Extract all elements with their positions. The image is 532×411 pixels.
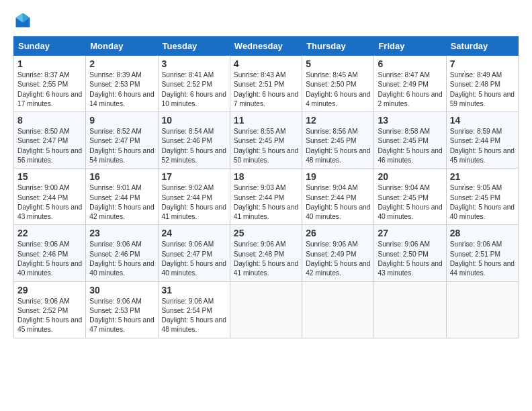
logo-icon — [13, 11, 32, 30]
day-info: Sunrise: 9:04 AM Sunset: 2:44 PM Dayligh… — [306, 183, 370, 222]
day-number: 17 — [162, 171, 226, 182]
calendar-cell: 15Sunrise: 9:00 AM Sunset: 2:44 PM Dayli… — [14, 169, 86, 225]
calendar-cell: 26Sunrise: 9:06 AM Sunset: 2:49 PM Dayli… — [302, 225, 374, 281]
day-number: 12 — [306, 115, 370, 126]
day-number: 2 — [89, 58, 154, 69]
calendar-week-row: 1Sunrise: 8:37 AM Sunset: 2:55 PM Daylig… — [14, 56, 519, 112]
day-number: 13 — [378, 115, 442, 126]
calendar-cell: 23Sunrise: 9:06 AM Sunset: 2:46 PM Dayli… — [86, 225, 158, 281]
calendar-cell: 17Sunrise: 9:02 AM Sunset: 2:44 PM Dayli… — [158, 169, 230, 225]
page-header — [13, 11, 519, 30]
day-number: 7 — [450, 58, 515, 69]
calendar-cell: 4Sunrise: 8:43 AM Sunset: 2:51 PM Daylig… — [230, 56, 302, 112]
calendar-cell — [374, 281, 446, 338]
day-number: 4 — [234, 58, 298, 69]
day-info: Sunrise: 8:58 AM Sunset: 2:45 PM Dayligh… — [378, 127, 442, 165]
day-info: Sunrise: 9:06 AM Sunset: 2:52 PM Dayligh… — [17, 297, 82, 335]
day-info: Sunrise: 9:05 AM Sunset: 2:45 PM Dayligh… — [450, 183, 515, 222]
day-info: Sunrise: 8:55 AM Sunset: 2:45 PM Dayligh… — [234, 127, 298, 165]
day-number: 6 — [378, 58, 442, 69]
day-info: Sunrise: 8:37 AM Sunset: 2:55 PM Dayligh… — [17, 71, 82, 109]
day-info: Sunrise: 8:39 AM Sunset: 2:53 PM Dayligh… — [89, 71, 154, 109]
day-info: Sunrise: 8:43 AM Sunset: 2:51 PM Dayligh… — [234, 71, 298, 109]
calendar-cell: 7Sunrise: 8:49 AM Sunset: 2:48 PM Daylig… — [446, 56, 518, 112]
day-number: 22 — [17, 228, 82, 238]
calendar-cell: 16Sunrise: 9:01 AM Sunset: 2:44 PM Dayli… — [86, 169, 158, 225]
day-info: Sunrise: 8:52 AM Sunset: 2:47 PM Dayligh… — [89, 127, 154, 165]
calendar-cell: 28Sunrise: 9:06 AM Sunset: 2:51 PM Dayli… — [446, 225, 518, 281]
day-info: Sunrise: 9:06 AM Sunset: 2:48 PM Dayligh… — [234, 240, 298, 278]
day-info: Sunrise: 9:03 AM Sunset: 2:44 PM Dayligh… — [234, 183, 298, 222]
calendar-cell: 2Sunrise: 8:39 AM Sunset: 2:53 PM Daylig… — [86, 56, 158, 112]
day-number: 18 — [234, 171, 298, 182]
day-number: 30 — [89, 285, 154, 295]
day-number: 21 — [450, 171, 515, 182]
column-header-friday: Friday — [374, 37, 446, 56]
day-info: Sunrise: 9:06 AM Sunset: 2:54 PM Dayligh… — [162, 297, 226, 335]
calendar-cell: 20Sunrise: 9:04 AM Sunset: 2:45 PM Dayli… — [374, 169, 446, 225]
day-info: Sunrise: 8:41 AM Sunset: 2:52 PM Dayligh… — [162, 71, 226, 109]
day-info: Sunrise: 9:06 AM Sunset: 2:46 PM Dayligh… — [17, 240, 82, 278]
calendar-week-row: 22Sunrise: 9:06 AM Sunset: 2:46 PM Dayli… — [14, 225, 519, 281]
day-number: 8 — [17, 115, 82, 126]
day-info: Sunrise: 9:06 AM Sunset: 2:51 PM Dayligh… — [450, 240, 515, 278]
day-number: 16 — [89, 171, 154, 182]
day-info: Sunrise: 9:00 AM Sunset: 2:44 PM Dayligh… — [17, 183, 82, 222]
calendar-cell: 13Sunrise: 8:58 AM Sunset: 2:45 PM Dayli… — [374, 112, 446, 169]
logo — [13, 11, 35, 30]
calendar-week-row: 15Sunrise: 9:00 AM Sunset: 2:44 PM Dayli… — [14, 169, 519, 225]
calendar-cell: 12Sunrise: 8:56 AM Sunset: 2:45 PM Dayli… — [302, 112, 374, 169]
calendar-cell: 25Sunrise: 9:06 AM Sunset: 2:48 PM Dayli… — [230, 225, 302, 281]
day-number: 26 — [306, 228, 370, 238]
calendar-week-row: 29Sunrise: 9:06 AM Sunset: 2:52 PM Dayli… — [14, 281, 519, 338]
day-number: 9 — [89, 115, 154, 126]
day-info: Sunrise: 8:54 AM Sunset: 2:46 PM Dayligh… — [162, 127, 226, 165]
calendar-cell: 10Sunrise: 8:54 AM Sunset: 2:46 PM Dayli… — [158, 112, 230, 169]
calendar-table: SundayMondayTuesdayWednesdayThursdayFrid… — [13, 36, 519, 338]
day-info: Sunrise: 8:45 AM Sunset: 2:50 PM Dayligh… — [306, 71, 370, 109]
calendar-week-row: 8Sunrise: 8:50 AM Sunset: 2:47 PM Daylig… — [14, 112, 519, 169]
calendar-cell — [302, 281, 374, 338]
column-header-sunday: Sunday — [14, 37, 86, 56]
day-info: Sunrise: 8:56 AM Sunset: 2:45 PM Dayligh… — [306, 127, 370, 165]
day-number: 28 — [450, 228, 515, 238]
day-info: Sunrise: 8:47 AM Sunset: 2:49 PM Dayligh… — [378, 71, 442, 109]
day-info: Sunrise: 9:06 AM Sunset: 2:46 PM Dayligh… — [89, 240, 154, 278]
day-info: Sunrise: 9:06 AM Sunset: 2:53 PM Dayligh… — [89, 297, 154, 335]
day-number: 27 — [378, 228, 442, 238]
day-number: 1 — [17, 58, 82, 69]
column-header-wednesday: Wednesday — [230, 37, 302, 56]
day-info: Sunrise: 9:06 AM Sunset: 2:50 PM Dayligh… — [378, 240, 442, 278]
day-number: 3 — [162, 58, 226, 69]
column-header-tuesday: Tuesday — [158, 37, 230, 56]
day-number: 5 — [306, 58, 370, 69]
calendar-cell: 9Sunrise: 8:52 AM Sunset: 2:47 PM Daylig… — [86, 112, 158, 169]
calendar-cell: 24Sunrise: 9:06 AM Sunset: 2:47 PM Dayli… — [158, 225, 230, 281]
calendar-cell: 30Sunrise: 9:06 AM Sunset: 2:53 PM Dayli… — [86, 281, 158, 338]
day-info: Sunrise: 8:59 AM Sunset: 2:44 PM Dayligh… — [450, 127, 515, 165]
calendar-cell: 22Sunrise: 9:06 AM Sunset: 2:46 PM Dayli… — [14, 225, 86, 281]
day-info: Sunrise: 9:02 AM Sunset: 2:44 PM Dayligh… — [162, 183, 226, 222]
day-info: Sunrise: 9:06 AM Sunset: 2:49 PM Dayligh… — [306, 240, 370, 278]
calendar-cell: 31Sunrise: 9:06 AM Sunset: 2:54 PM Dayli… — [158, 281, 230, 338]
calendar-cell: 27Sunrise: 9:06 AM Sunset: 2:50 PM Dayli… — [374, 225, 446, 281]
calendar-cell: 3Sunrise: 8:41 AM Sunset: 2:52 PM Daylig… — [158, 56, 230, 112]
calendar-cell: 11Sunrise: 8:55 AM Sunset: 2:45 PM Dayli… — [230, 112, 302, 169]
calendar-cell: 18Sunrise: 9:03 AM Sunset: 2:44 PM Dayli… — [230, 169, 302, 225]
day-number: 29 — [17, 285, 82, 295]
calendar-cell: 14Sunrise: 8:59 AM Sunset: 2:44 PM Dayli… — [446, 112, 518, 169]
day-info: Sunrise: 9:04 AM Sunset: 2:45 PM Dayligh… — [378, 183, 442, 222]
column-header-monday: Monday — [86, 37, 158, 56]
calendar-cell: 1Sunrise: 8:37 AM Sunset: 2:55 PM Daylig… — [14, 56, 86, 112]
calendar-cell: 5Sunrise: 8:45 AM Sunset: 2:50 PM Daylig… — [302, 56, 374, 112]
day-info: Sunrise: 8:49 AM Sunset: 2:48 PM Dayligh… — [450, 71, 515, 109]
calendar-header-row: SundayMondayTuesdayWednesdayThursdayFrid… — [14, 37, 519, 56]
calendar-cell: 19Sunrise: 9:04 AM Sunset: 2:44 PM Dayli… — [302, 169, 374, 225]
day-number: 14 — [450, 115, 515, 126]
calendar-cell: 8Sunrise: 8:50 AM Sunset: 2:47 PM Daylig… — [14, 112, 86, 169]
calendar-cell — [446, 281, 518, 338]
column-header-thursday: Thursday — [302, 37, 374, 56]
column-header-saturday: Saturday — [446, 37, 518, 56]
day-number: 15 — [17, 171, 82, 182]
day-number: 31 — [162, 285, 226, 295]
